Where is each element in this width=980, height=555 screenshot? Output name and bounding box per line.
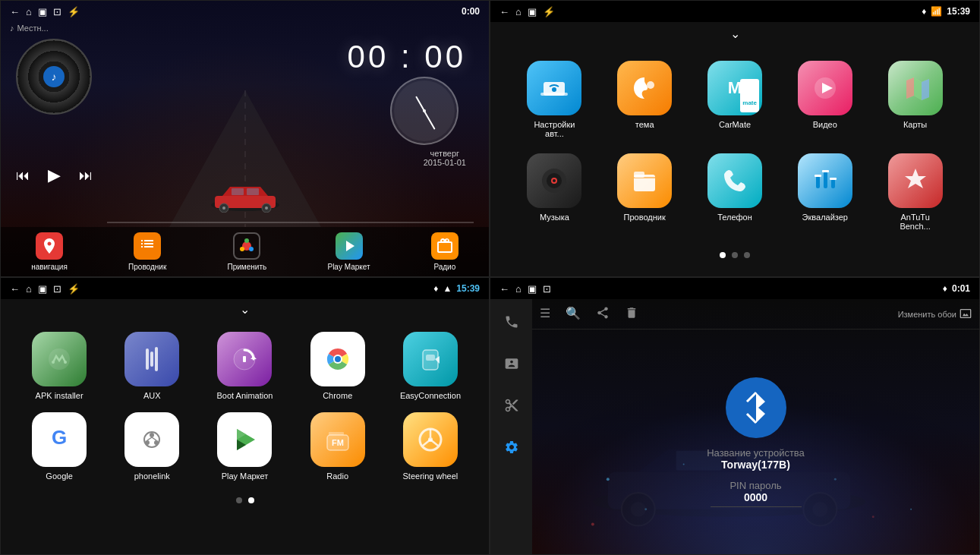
- status-left: ← ⌂ ▣ ⊡ ⚡: [10, 6, 80, 17]
- vinyl-record: ♪: [16, 39, 92, 115]
- carmate-icon: M mate: [707, 61, 762, 115]
- dot-1[interactable]: [720, 252, 726, 258]
- home-icon-br[interactable]: ⌂: [515, 283, 522, 295]
- app-phone[interactable]: Телефон: [694, 153, 777, 231]
- bt-sidebar-scissors[interactable]: [504, 398, 519, 417]
- app-play-market-bl[interactable]: Play Маркет: [201, 412, 288, 481]
- bt-main-area: ☰ 🔍 Изменить обои: [532, 299, 979, 554]
- svg-rect-45: [426, 355, 435, 361]
- apply-app[interactable]: Применить: [222, 229, 273, 274]
- photo-icon[interactable]: ⊡: [53, 6, 61, 17]
- clock-center-dot: [423, 109, 426, 112]
- app-explorer[interactable]: Проводник: [603, 153, 686, 231]
- app-steering[interactable]: Steering wheel: [387, 412, 474, 481]
- phonelink-label: phonelink: [134, 471, 170, 481]
- share-icon-bt[interactable]: [596, 306, 610, 323]
- search-icon-bt[interactable]: 🔍: [566, 306, 581, 323]
- bt-sidebar-contacts[interactable]: [504, 356, 519, 375]
- svg-rect-28: [824, 172, 827, 188]
- svg-point-7: [222, 207, 225, 210]
- pin-row: PIN пароль 0000: [711, 480, 802, 507]
- home-icon[interactable]: ⌂: [26, 6, 32, 17]
- bt-sidebar-settings[interactable]: [504, 440, 519, 459]
- time-br: 0:01: [952, 283, 970, 294]
- back-icon-br[interactable]: ←: [499, 283, 509, 295]
- bt-sidebar-phone[interactable]: [504, 314, 519, 333]
- windows-icon-br[interactable]: ▣: [528, 283, 537, 295]
- bt-status-icons-left: ← ⌂ ▣ ⊡: [499, 283, 551, 295]
- home-icon-tr[interactable]: ⌂: [515, 6, 522, 17]
- delete-icon-bt[interactable]: [625, 306, 638, 323]
- list-icon[interactable]: ☰: [540, 306, 550, 323]
- app-radio-bl[interactable]: FM Radio: [295, 412, 381, 481]
- dot-2[interactable]: [732, 252, 738, 258]
- app-easyconnection[interactable]: EasyConnection: [387, 332, 474, 400]
- track-info: ♪ Местн...: [10, 24, 49, 33]
- explorer-app[interactable]: Проводник: [122, 229, 172, 274]
- prev-button[interactable]: ⏮: [16, 168, 30, 184]
- svg-text:FM: FM: [332, 438, 344, 447]
- app-apk-installer[interactable]: APK installer: [16, 332, 102, 400]
- app-maps[interactable]: Карты: [874, 61, 956, 138]
- svg-point-13: [249, 247, 254, 251]
- apps-grid-top-right: Настройки авт... тема M mate CarMate: [490, 46, 979, 246]
- app-theme[interactable]: тема: [603, 61, 686, 138]
- pin-value: 0000: [711, 491, 802, 507]
- explorer-label: Проводник: [128, 263, 166, 271]
- music-controls: ⏮ ▶ ⏭: [16, 166, 93, 185]
- windows-icon[interactable]: ▣: [38, 6, 47, 17]
- apk-icon: [32, 332, 87, 386]
- svg-rect-58: [329, 432, 344, 435]
- svg-marker-4: [222, 187, 268, 196]
- progress-bar[interactable]: [107, 222, 474, 223]
- apps-status-bar: ← ⌂ ▣ ⚡ ♦ 📶 15:39: [490, 1, 979, 22]
- dot-bl-1[interactable]: [236, 497, 242, 503]
- svg-point-49: [145, 440, 150, 445]
- back-icon-tr[interactable]: ←: [499, 6, 509, 17]
- minute-hand: [424, 111, 435, 130]
- back-icon[interactable]: ←: [10, 6, 20, 17]
- bt-wallpaper-button[interactable]: Изменить обои: [898, 307, 972, 321]
- status-right-tr: ♦ 📶 15:39: [922, 6, 970, 17]
- app-equalizer[interactable]: Эквалайзер: [783, 153, 866, 231]
- playmarket-app[interactable]: Play Маркет: [321, 229, 376, 274]
- app-chrome[interactable]: Chrome: [295, 332, 381, 400]
- windows-icon-tr[interactable]: ▣: [528, 6, 537, 17]
- phone-icon: [707, 153, 762, 208]
- windows-icon-bl[interactable]: ▣: [38, 283, 47, 295]
- antutu-label: AnTuTu Bench...: [885, 213, 946, 231]
- app-carmate[interactable]: M mate CarMate: [694, 61, 777, 138]
- apps2-status-bar: ← ⌂ ▣ ⊡ ⚡ ♦ ▲ 15:39: [1, 278, 489, 299]
- app-antutu[interactable]: AnTuTu Bench...: [874, 153, 956, 231]
- radio-icon: [431, 232, 458, 260]
- play-button[interactable]: ▶: [48, 166, 61, 185]
- dropdown-arrow-tr[interactable]: ⌄: [490, 22, 979, 46]
- app-settings-avto[interactable]: Настройки авт...: [513, 61, 596, 138]
- usb-icon: ⚡: [68, 6, 80, 17]
- wallpaper-icon: [960, 307, 972, 321]
- app-google[interactable]: G Google: [16, 412, 102, 481]
- app-boot-animation[interactable]: Boot Animation: [201, 332, 288, 400]
- app-aux[interactable]: AUX: [109, 332, 195, 400]
- dot-bl-2[interactable]: [248, 497, 254, 503]
- equalizer-icon: [798, 153, 852, 208]
- apps-panel-bottom-left: ← ⌂ ▣ ⊡ ⚡ ♦ ▲ 15:39 ⌄ APK installer: [0, 277, 490, 555]
- back-icon-bl[interactable]: ←: [10, 283, 20, 295]
- maps-icon: [888, 61, 943, 115]
- svg-line-62: [423, 440, 430, 446]
- dropdown-arrow-bl[interactable]: ⌄: [1, 299, 489, 320]
- svg-line-63: [430, 440, 438, 446]
- dot-3[interactable]: [744, 252, 750, 258]
- radio-app[interactable]: Радио: [425, 229, 465, 274]
- nav-app[interactable]: навигация: [25, 229, 74, 274]
- app-music[interactable]: Музыка: [513, 153, 596, 231]
- svg-rect-26: [634, 172, 644, 178]
- svg-point-17: [552, 87, 556, 92]
- home-icon-bl[interactable]: ⌂: [26, 283, 32, 295]
- app-video[interactable]: Видео: [783, 61, 866, 138]
- app-phonelink[interactable]: phonelink: [109, 412, 195, 481]
- steering-label: Steering wheel: [403, 471, 458, 481]
- status-right-bl: ♦ ▲ 15:39: [433, 283, 480, 294]
- next-button[interactable]: ⏭: [79, 168, 93, 184]
- time-bl: 15:39: [456, 283, 480, 294]
